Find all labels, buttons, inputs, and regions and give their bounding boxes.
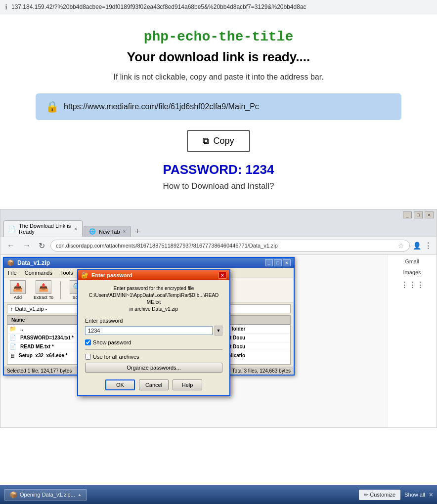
- use-for-all-label: Use for all archives: [93, 354, 139, 360]
- tab2-close[interactable]: ×: [123, 229, 126, 234]
- reload-button[interactable]: ↻: [36, 240, 47, 252]
- browser-top-bar: _ □ ×: [0, 210, 437, 220]
- file-icon: 📄: [9, 343, 16, 350]
- winrar-status-right: Total 3 files, 124,663 bytes: [232, 368, 291, 374]
- tool-extract-icon: 📤: [36, 280, 51, 294]
- dialog-titlebar: 🔐 Enter password ×: [78, 270, 229, 280]
- maximize-button[interactable]: □: [414, 211, 423, 218]
- browser-content: 📦 Data_v1.zip _ □ × File Commands Tools …: [0, 254, 437, 427]
- tabs-row: 📄 The Download Link is Ready × 🌐 New Tab…: [0, 220, 437, 237]
- tab2-label: New Tab: [99, 229, 120, 235]
- new-tab-button[interactable]: +: [132, 226, 143, 237]
- up-icon[interactable]: ↑: [10, 306, 13, 312]
- taskbar-item-icon: 📦: [9, 491, 17, 499]
- winrar-titlebar: 📦 Data_v1.zip _ □ ×: [4, 258, 294, 268]
- account-icon[interactable]: 👤: [413, 242, 421, 250]
- winrar-window-buttons: _ □ ×: [265, 259, 291, 266]
- dialog-body: Enter password for the encrypted file C:…: [78, 280, 229, 395]
- tool-add[interactable]: 📥 Add: [7, 280, 29, 300]
- dialog-close-button[interactable]: ×: [218, 272, 226, 279]
- dialog-buttons: OK Cancel Help: [85, 379, 222, 390]
- browser-nav-bar: ← → ↻ cdn.discordapp.com/attachments/816…: [0, 237, 437, 254]
- copy-icon: ⧉: [203, 136, 209, 146]
- copy-button-label: Copy: [213, 136, 234, 146]
- use-for-all-checkbox[interactable]: [85, 354, 91, 360]
- dialog-description: Enter password for the encrypted file C:…: [85, 285, 222, 313]
- link-box: 🔒 https://www.mediafire.com/file/61jd6sh…: [36, 93, 401, 120]
- menu-icon[interactable]: ⋮: [424, 241, 433, 251]
- taskbar-right: ✏ Customize Show all ×: [359, 490, 433, 500]
- ok-button[interactable]: OK: [105, 379, 135, 390]
- winrar-close[interactable]: ×: [283, 259, 291, 266]
- forward-button[interactable]: →: [20, 240, 33, 251]
- browser-screenshot: _ □ × 📄 The Download Link is Ready × 🌐 N…: [0, 209, 437, 428]
- tab-download[interactable]: 📄 The Download Link is Ready ×: [3, 220, 83, 237]
- file-icon: 📁: [9, 326, 16, 332]
- menu-file[interactable]: File: [6, 269, 19, 277]
- taskbar-chevron-icon: ▲: [78, 493, 82, 497]
- gmail-link[interactable]: Gmail: [405, 258, 419, 264]
- show-password-label: Show password: [93, 339, 131, 345]
- taskbar-item-label: Opening Data_v1.zip...: [20, 492, 75, 498]
- customize-button[interactable]: ✏ Customize: [359, 490, 400, 500]
- address-bar: ℹ 137.184.159.42/?%20bb4d8acbee=19df0189…: [0, 0, 437, 14]
- show-all-button[interactable]: Show all: [404, 492, 425, 498]
- how-to-text: How to Download and Install?: [20, 181, 417, 191]
- dialog-icon: 🔐: [81, 272, 88, 279]
- url-bar[interactable]: cdn.discordapp.com/attachments/816718875…: [50, 240, 410, 252]
- cancel-button[interactable]: Cancel: [139, 379, 169, 390]
- password-input[interactable]: [85, 326, 213, 335]
- download-link-text[interactable]: https://www.mediafire.com/file/61jd6shf0…: [64, 102, 259, 111]
- taskbar-close-icon[interactable]: ×: [429, 491, 433, 499]
- help-button[interactable]: Help: [173, 379, 202, 390]
- winrar-title: Data_v1.zip: [17, 259, 50, 266]
- window-buttons: _ □ ×: [403, 211, 434, 218]
- winrar-minimize[interactable]: _: [265, 259, 273, 266]
- taskbar-item[interactable]: 📦 Opening Data_v1.zip... ▲: [4, 489, 87, 501]
- taskbar: 📦 Opening Data_v1.zip... ▲ ✏ Customize S…: [0, 485, 437, 504]
- password-text: PASSWORD: 1234: [20, 162, 417, 177]
- minimize-button[interactable]: _: [403, 211, 412, 218]
- password-dialog: 🔐 Enter password × Enter password for th…: [77, 269, 230, 396]
- use-for-all-row: Use for all archives: [85, 354, 222, 360]
- menu-tools[interactable]: Tools: [58, 269, 75, 277]
- menu-commands[interactable]: Commands: [23, 269, 54, 277]
- apps-icon[interactable]: ⋮⋮⋮: [400, 280, 424, 290]
- copy-button[interactable]: ⧉ Copy: [187, 130, 250, 152]
- file-icon: 🖥: [9, 353, 15, 359]
- show-password-row: Show password: [85, 339, 222, 345]
- winrar-status-left: Selected 1 file, 124,177 bytes: [7, 368, 72, 374]
- url-bar-text: cdn.discordapp.com/attachments/816718875…: [56, 243, 398, 249]
- tool-add-icon: 📥: [10, 280, 26, 294]
- tab1-close[interactable]: ×: [74, 226, 77, 232]
- tab1-favicon: 📄: [9, 226, 16, 232]
- page-title: php-echo-the-title: [20, 29, 417, 44]
- close-button[interactable]: ×: [425, 211, 434, 218]
- tab1-label: The Download Link is Ready: [19, 223, 71, 235]
- main-content: php-echo-the-title Your download link is…: [0, 14, 437, 209]
- show-password-checkbox[interactable]: [85, 339, 91, 345]
- bookmark-icon[interactable]: ☆: [398, 242, 404, 250]
- download-heading: Your download link is ready....: [20, 49, 417, 65]
- winrar-icon: 📦: [7, 259, 14, 266]
- back-button[interactable]: ←: [4, 240, 17, 251]
- winrar-path: Data_v1.zip -: [15, 306, 47, 312]
- instruction-text: If link is not clickable, copy and paste…: [20, 73, 417, 82]
- images-link[interactable]: Images: [403, 269, 421, 275]
- tool-extract[interactable]: 📤 Extract To: [33, 280, 54, 300]
- tool-add-label: Add: [14, 295, 22, 300]
- lock-icon: 🔒: [45, 100, 59, 113]
- info-icon: ℹ: [5, 3, 7, 11]
- tab2-favicon: 🌐: [89, 228, 96, 235]
- organize-passwords-button[interactable]: Organize passwords...: [85, 363, 222, 373]
- winrar-maximize[interactable]: □: [274, 259, 282, 266]
- file-icon: 📄: [9, 335, 16, 341]
- address-url: 137.184.159.42/?%20bb4d8acbee=19df0189f9…: [11, 3, 306, 10]
- dropdown-arrow[interactable]: ▼: [215, 326, 222, 336]
- tab-new[interactable]: 🌐 New Tab ×: [84, 226, 131, 237]
- browser-chrome: _ □ × 📄 The Download Link is Ready × 🌐 N…: [0, 210, 437, 254]
- dialog-title: Enter password: [91, 272, 132, 278]
- browser-right-bar: Gmail Images ⋮⋮⋮: [387, 254, 437, 427]
- browser-main-area: 📦 Data_v1.zip _ □ × File Commands Tools …: [0, 254, 387, 427]
- tool-extract-label: Extract To: [34, 295, 53, 300]
